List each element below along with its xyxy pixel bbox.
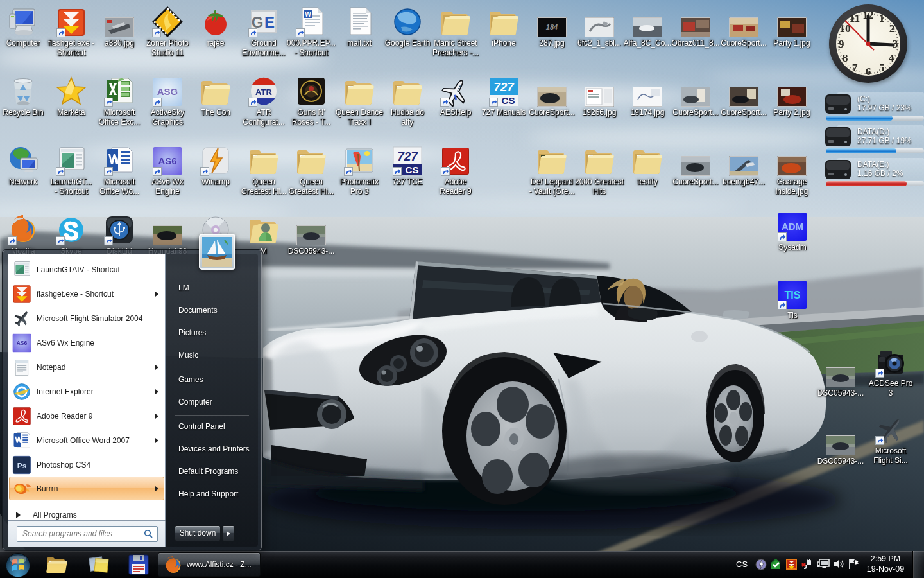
svg-text:Ps: Ps bbox=[17, 461, 27, 469]
svg-text:7: 7 bbox=[852, 61, 858, 74]
svg-text:W: W bbox=[305, 11, 311, 18]
svg-text:CS: CS bbox=[406, 164, 419, 175]
svg-text:8: 8 bbox=[843, 51, 848, 64]
svg-text:TIS: TIS bbox=[785, 290, 801, 301]
svg-text:5: 5 bbox=[879, 61, 885, 74]
svg-text:727: 727 bbox=[493, 80, 515, 94]
svg-text:AS6: AS6 bbox=[158, 155, 176, 166]
svg-text:9: 9 bbox=[839, 37, 844, 50]
svg-text:4: 4 bbox=[889, 51, 894, 64]
svg-text:AS6: AS6 bbox=[17, 340, 28, 346]
svg-text:11: 11 bbox=[850, 12, 860, 24]
svg-text:184: 184 bbox=[546, 23, 558, 31]
svg-text:2: 2 bbox=[889, 22, 895, 35]
svg-text:727: 727 bbox=[397, 150, 418, 163]
svg-text:E: E bbox=[264, 13, 275, 31]
svg-text:CS: CS bbox=[502, 95, 515, 106]
svg-text:1: 1 bbox=[879, 12, 885, 24]
svg-text:6: 6 bbox=[866, 65, 871, 78]
svg-text:ATR: ATR bbox=[255, 87, 272, 97]
svg-text:ADM: ADM bbox=[782, 221, 803, 232]
svg-text:ASG: ASG bbox=[157, 86, 178, 97]
